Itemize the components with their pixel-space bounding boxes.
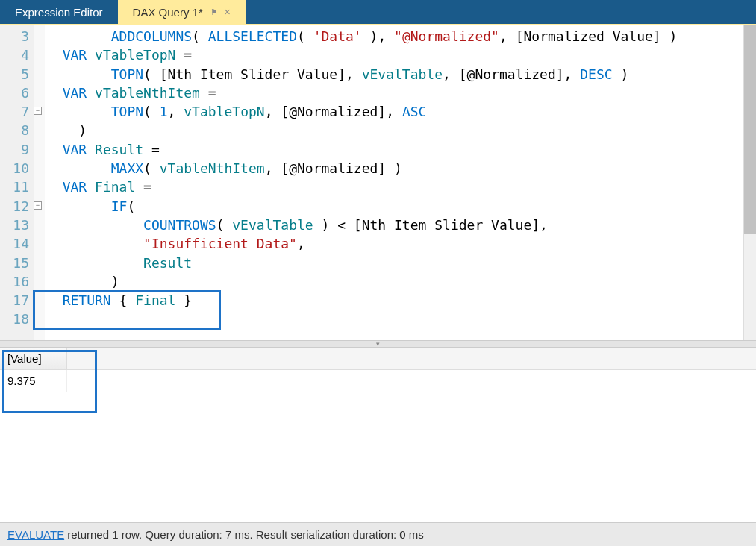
tab-expression-editor[interactable]: Expression Editor (0, 0, 118, 24)
code-line[interactable]: TOPN( 1, vTableTopN, [@Normalized], ASC (46, 102, 743, 121)
code-editor: 3456789101112131415161718 −− ADDCOLUMNS(… (0, 24, 756, 340)
results-data-row: 9.375 (0, 370, 756, 392)
tab-dax-query[interactable]: DAX Query 1* ⚑ ✕ (118, 0, 246, 24)
vertical-scrollbar[interactable] (743, 25, 756, 340)
line-number: 11 (0, 178, 34, 196)
pin-icon[interactable]: ⚑ (210, 7, 218, 17)
code-line[interactable]: IF( (46, 197, 743, 216)
line-number: 16 (0, 272, 34, 291)
line-number: 3 (0, 27, 34, 46)
status-bar: EVALUATE returned 1 row. Query duration:… (0, 522, 756, 546)
line-number: 18 (0, 310, 34, 328)
code-line[interactable]: VAR vTableNthItem = (46, 84, 743, 102)
fold-gutter: −− (34, 25, 45, 340)
code-line[interactable]: VAR Result = (46, 140, 743, 159)
line-number: 17 (0, 291, 34, 310)
line-number-gutter: 3456789101112131415161718 (0, 25, 34, 340)
line-number: 12 (0, 197, 34, 216)
line-number: 7 (0, 102, 34, 121)
code-line[interactable]: TOPN( [Nth Item Slider Value], vEvalTabl… (46, 65, 743, 84)
results-header-row: [Value] (0, 348, 756, 370)
line-number: 9 (0, 140, 34, 159)
line-number: 5 (0, 65, 34, 84)
line-number: 14 (0, 234, 34, 253)
fold-toggle-icon[interactable]: − (34, 107, 42, 115)
code-line[interactable]: VAR vTableTopN = (46, 46, 743, 64)
code-line[interactable]: RETURN { Final } (46, 291, 743, 310)
code-line[interactable]: ) (46, 121, 743, 139)
code-area[interactable]: ADDCOLUMNS( ALLSELECTED( 'Data' ), "@Nor… (45, 25, 743, 340)
status-evaluate-link[interactable]: EVALUATE (7, 528, 64, 541)
code-line[interactable] (46, 310, 743, 328)
code-line[interactable]: MAXX( vTableNthItem, [@Normalized] ) (46, 159, 743, 178)
horizontal-splitter[interactable] (0, 340, 756, 348)
code-line[interactable]: COUNTROWS( vEvalTable ) < [Nth Item Slid… (46, 216, 743, 234)
line-number: 10 (0, 159, 34, 178)
line-number: 6 (0, 84, 34, 102)
results-column-header[interactable]: [Value] (0, 348, 67, 369)
tab-bar: Expression Editor DAX Query 1* ⚑ ✕ (0, 0, 756, 24)
status-text: returned 1 row. Query duration: 7 ms. Re… (67, 528, 424, 541)
line-number: 15 (0, 254, 34, 272)
close-icon[interactable]: ✕ (224, 7, 231, 17)
fold-toggle-icon[interactable]: − (34, 201, 42, 210)
code-line[interactable]: Result (46, 254, 743, 272)
code-line[interactable]: ) (46, 272, 743, 291)
line-number: 13 (0, 216, 34, 234)
tab-label: DAX Query 1* (133, 6, 203, 19)
code-line[interactable]: "Insufficient Data", (46, 234, 743, 253)
line-number: 8 (0, 121, 34, 139)
code-line[interactable]: ADDCOLUMNS( ALLSELECTED( 'Data' ), "@Nor… (46, 27, 743, 46)
results-panel: [Value] 9.375 (0, 348, 756, 521)
line-number: 4 (0, 46, 34, 64)
code-line[interactable]: VAR Final = (46, 178, 743, 196)
results-cell-value[interactable]: 9.375 (0, 370, 67, 392)
